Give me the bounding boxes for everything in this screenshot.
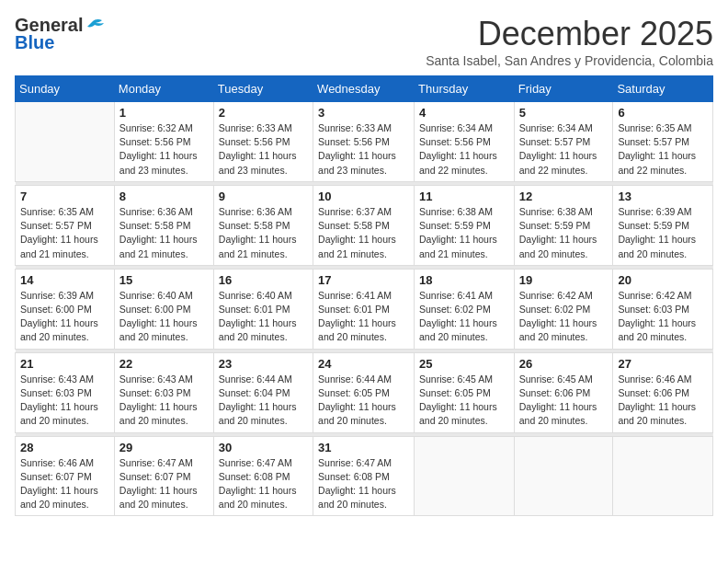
page-header: General Blue December 2025 Santa Isabel,…: [15, 15, 713, 68]
day-number: 4: [419, 106, 509, 120]
calendar-cell: 10Sunrise: 6:37 AMSunset: 5:58 PMDayligh…: [313, 185, 415, 265]
day-info: Sunrise: 6:45 AMSunset: 6:05 PMDaylight:…: [419, 373, 509, 429]
calendar-table: SundayMondayTuesdayWednesdayThursdayFrid…: [15, 75, 713, 516]
calendar-cell: 5Sunrise: 6:34 AMSunset: 5:57 PMDaylight…: [514, 102, 613, 182]
calendar-cell: 12Sunrise: 6:38 AMSunset: 5:59 PMDayligh…: [514, 185, 613, 265]
logo-blue-text: Blue: [15, 32, 54, 53]
day-info: Sunrise: 6:37 AMSunset: 5:58 PMDaylight:…: [318, 205, 409, 261]
day-number: 25: [419, 357, 509, 371]
weekday-header-sunday: Sunday: [16, 76, 115, 102]
calendar-cell: 22Sunrise: 6:43 AMSunset: 6:03 PMDayligh…: [114, 352, 213, 432]
day-number: 17: [318, 273, 409, 287]
day-number: 7: [20, 190, 109, 203]
calendar-cell: 31Sunrise: 6:47 AMSunset: 6:08 PMDayligh…: [313, 436, 415, 516]
day-info: Sunrise: 6:41 AMSunset: 6:01 PMDaylight:…: [318, 289, 409, 345]
calendar-cell: 24Sunrise: 6:44 AMSunset: 6:05 PMDayligh…: [313, 352, 415, 432]
day-info: Sunrise: 6:34 AMSunset: 5:56 PMDaylight:…: [419, 121, 509, 178]
day-info: Sunrise: 6:47 AMSunset: 6:08 PMDaylight:…: [219, 456, 308, 512]
calendar-cell: 11Sunrise: 6:38 AMSunset: 5:59 PMDayligh…: [415, 185, 515, 265]
calendar-cell: 6Sunrise: 6:35 AMSunset: 5:57 PMDaylight…: [613, 102, 713, 182]
logo-bird-icon: [85, 17, 106, 34]
calendar-cell: [415, 436, 515, 516]
day-info: Sunrise: 6:42 AMSunset: 6:02 PMDaylight:…: [519, 289, 609, 345]
day-number: 5: [519, 106, 609, 120]
weekday-header-saturday: Saturday: [613, 76, 713, 102]
calendar-cell: 20Sunrise: 6:42 AMSunset: 6:03 PMDayligh…: [613, 269, 713, 349]
calendar-cell: 14Sunrise: 6:39 AMSunset: 6:00 PMDayligh…: [16, 269, 115, 349]
day-number: 20: [618, 273, 708, 287]
title-block: December 2025 Santa Isabel, San Andres y…: [426, 15, 713, 68]
weekday-header-row: SundayMondayTuesdayWednesdayThursdayFrid…: [16, 76, 713, 102]
day-info: Sunrise: 6:46 AMSunset: 6:07 PMDaylight:…: [20, 456, 109, 512]
calendar-cell: 9Sunrise: 6:36 AMSunset: 5:58 PMDaylight…: [213, 185, 313, 265]
calendar-cell: 15Sunrise: 6:40 AMSunset: 6:00 PMDayligh…: [114, 269, 213, 349]
calendar-cell: 4Sunrise: 6:34 AMSunset: 5:56 PMDaylight…: [415, 102, 515, 182]
day-info: Sunrise: 6:40 AMSunset: 6:01 PMDaylight:…: [219, 289, 308, 345]
calendar-cell: 18Sunrise: 6:41 AMSunset: 6:02 PMDayligh…: [415, 269, 515, 349]
day-number: 9: [219, 190, 308, 203]
calendar-cell: 30Sunrise: 6:47 AMSunset: 6:08 PMDayligh…: [213, 436, 313, 516]
day-number: 16: [219, 273, 308, 287]
logo: General Blue: [15, 15, 106, 53]
calendar-cell: 26Sunrise: 6:45 AMSunset: 6:06 PMDayligh…: [514, 352, 613, 432]
calendar-week-row-2: 7Sunrise: 6:35 AMSunset: 5:57 PMDaylight…: [16, 185, 713, 265]
calendar-cell: 8Sunrise: 6:36 AMSunset: 5:58 PMDaylight…: [114, 185, 213, 265]
weekday-header-thursday: Thursday: [415, 76, 515, 102]
calendar-week-row-5: 28Sunrise: 6:46 AMSunset: 6:07 PMDayligh…: [16, 436, 713, 516]
day-info: Sunrise: 6:33 AMSunset: 5:56 PMDaylight:…: [318, 121, 409, 178]
day-number: 23: [219, 357, 308, 371]
calendar-cell: [514, 436, 613, 516]
day-info: Sunrise: 6:35 AMSunset: 5:57 PMDaylight:…: [618, 121, 708, 178]
calendar-cell: 7Sunrise: 6:35 AMSunset: 5:57 PMDaylight…: [16, 185, 115, 265]
day-info: Sunrise: 6:36 AMSunset: 5:58 PMDaylight:…: [119, 205, 209, 261]
day-info: Sunrise: 6:38 AMSunset: 5:59 PMDaylight:…: [519, 205, 609, 261]
day-info: Sunrise: 6:43 AMSunset: 6:03 PMDaylight:…: [119, 373, 209, 429]
weekday-header-friday: Friday: [514, 76, 613, 102]
location-subtitle: Santa Isabel, San Andres y Providencia, …: [426, 53, 713, 68]
calendar-cell: 21Sunrise: 6:43 AMSunset: 6:03 PMDayligh…: [16, 352, 115, 432]
day-number: 18: [419, 273, 509, 287]
day-number: 30: [219, 441, 308, 454]
day-number: 2: [219, 106, 308, 120]
calendar-cell: 1Sunrise: 6:32 AMSunset: 5:56 PMDaylight…: [114, 102, 213, 182]
day-number: 29: [119, 441, 209, 454]
day-number: 14: [20, 273, 109, 287]
day-number: 26: [519, 357, 609, 371]
calendar-cell: 29Sunrise: 6:47 AMSunset: 6:07 PMDayligh…: [114, 436, 213, 516]
day-number: 1: [119, 106, 209, 120]
day-number: 10: [318, 190, 409, 203]
day-info: Sunrise: 6:40 AMSunset: 6:00 PMDaylight:…: [119, 289, 209, 345]
month-title: December 2025: [426, 15, 713, 53]
day-number: 3: [318, 106, 409, 120]
weekday-header-monday: Monday: [114, 76, 213, 102]
day-info: Sunrise: 6:47 AMSunset: 6:07 PMDaylight:…: [119, 456, 209, 512]
day-info: Sunrise: 6:39 AMSunset: 5:59 PMDaylight:…: [618, 205, 708, 261]
calendar-cell: [16, 102, 115, 182]
day-number: 24: [318, 357, 409, 371]
day-info: Sunrise: 6:43 AMSunset: 6:03 PMDaylight:…: [20, 373, 109, 429]
calendar-cell: 16Sunrise: 6:40 AMSunset: 6:01 PMDayligh…: [213, 269, 313, 349]
day-info: Sunrise: 6:36 AMSunset: 5:58 PMDaylight:…: [219, 205, 308, 261]
day-number: 22: [119, 357, 209, 371]
calendar-cell: 27Sunrise: 6:46 AMSunset: 6:06 PMDayligh…: [613, 352, 713, 432]
day-info: Sunrise: 6:44 AMSunset: 6:05 PMDaylight:…: [318, 373, 409, 429]
calendar-cell: 28Sunrise: 6:46 AMSunset: 6:07 PMDayligh…: [16, 436, 115, 516]
day-info: Sunrise: 6:35 AMSunset: 5:57 PMDaylight:…: [20, 205, 109, 261]
weekday-header-wednesday: Wednesday: [313, 76, 415, 102]
calendar-week-row-1: 1Sunrise: 6:32 AMSunset: 5:56 PMDaylight…: [16, 102, 713, 182]
day-number: 19: [519, 273, 609, 287]
day-info: Sunrise: 6:38 AMSunset: 5:59 PMDaylight:…: [419, 205, 509, 261]
day-number: 21: [20, 357, 109, 371]
calendar-cell: 17Sunrise: 6:41 AMSunset: 6:01 PMDayligh…: [313, 269, 415, 349]
calendar-cell: 3Sunrise: 6:33 AMSunset: 5:56 PMDaylight…: [313, 102, 415, 182]
calendar-cell: 19Sunrise: 6:42 AMSunset: 6:02 PMDayligh…: [514, 269, 613, 349]
day-info: Sunrise: 6:39 AMSunset: 6:00 PMDaylight:…: [20, 289, 109, 345]
day-info: Sunrise: 6:34 AMSunset: 5:57 PMDaylight:…: [519, 121, 609, 178]
day-info: Sunrise: 6:41 AMSunset: 6:02 PMDaylight:…: [419, 289, 509, 345]
day-info: Sunrise: 6:46 AMSunset: 6:06 PMDaylight:…: [618, 373, 708, 429]
day-number: 11: [419, 190, 509, 203]
calendar-cell: 23Sunrise: 6:44 AMSunset: 6:04 PMDayligh…: [213, 352, 313, 432]
day-number: 13: [618, 190, 708, 203]
day-info: Sunrise: 6:33 AMSunset: 5:56 PMDaylight:…: [219, 121, 308, 178]
calendar-cell: 2Sunrise: 6:33 AMSunset: 5:56 PMDaylight…: [213, 102, 313, 182]
